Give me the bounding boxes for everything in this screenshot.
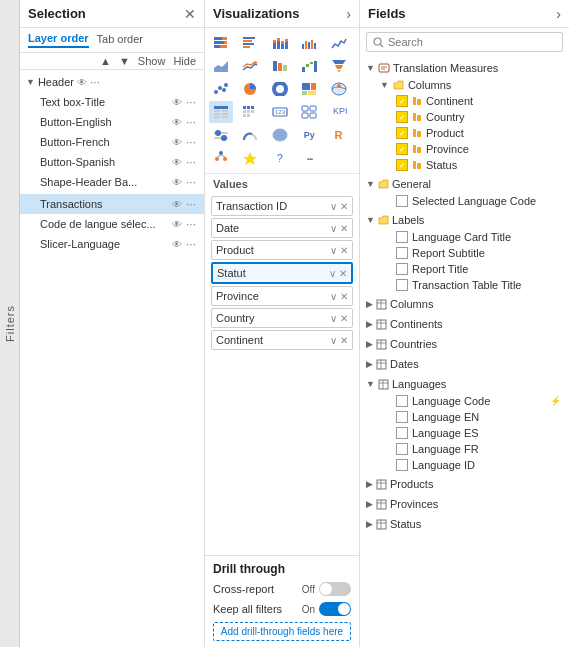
donut-icon[interactable]	[268, 78, 292, 100]
slicer-viz-icon[interactable]	[209, 124, 233, 146]
viz-field-date[interactable]: Date ∨ ✕	[211, 218, 353, 238]
button-spanish-dots-icon[interactable]: ···	[186, 155, 196, 169]
code-langue-dots-icon[interactable]: ···	[186, 217, 196, 231]
tree-item-language-fr[interactable]: Language FR	[360, 441, 569, 457]
layer-group-header-toggle[interactable]: Header 👁 ···	[20, 72, 204, 92]
card-icon[interactable]: 123	[268, 101, 292, 123]
continents-toggle[interactable]: Continents	[360, 315, 569, 333]
waterfall-icon[interactable]	[297, 55, 321, 77]
add-drill-through-button[interactable]: Add drill-through fields here	[213, 622, 351, 641]
layer-item-code-langue[interactable]: Code de langue sélec... 👁 ···	[20, 214, 204, 234]
ribbon-icon[interactable]	[268, 55, 292, 77]
funnel-icon[interactable]	[327, 55, 351, 77]
show-button[interactable]: Show	[138, 55, 166, 67]
language-es-checkbox[interactable]	[396, 427, 408, 439]
button-french-eye-icon[interactable]: 👁	[172, 137, 182, 148]
pie-icon[interactable]	[238, 78, 262, 100]
tree-item-product-col[interactable]: Product	[360, 125, 569, 141]
layer-item-transactions[interactable]: Transactions 👁 ···	[20, 194, 204, 214]
move-up-button[interactable]: ▲	[100, 55, 111, 67]
layer-item-button-french[interactable]: Button-French 👁 ···	[20, 132, 204, 152]
shape-header-dots-icon[interactable]: ···	[186, 175, 196, 189]
language-id-checkbox[interactable]	[396, 459, 408, 471]
button-english-dots-icon[interactable]: ···	[186, 115, 196, 129]
hide-button[interactable]: Hide	[173, 55, 196, 67]
tree-item-columns-folder[interactable]: Columns	[360, 77, 569, 93]
language-fr-checkbox[interactable]	[396, 443, 408, 455]
r-script-icon[interactable]: R	[327, 124, 351, 146]
slicer-language-eye-icon[interactable]: 👁	[172, 239, 182, 250]
button-french-dots-icon[interactable]: ···	[186, 135, 196, 149]
country-col-checkbox[interactable]	[396, 111, 408, 123]
tree-item-lang-card-title[interactable]: Language Card Title	[360, 229, 569, 245]
transactions-dots-icon[interactable]: ···	[186, 197, 196, 211]
shape-header-eye-icon[interactable]: 👁	[172, 177, 182, 188]
layer-item-button-spanish[interactable]: Button-Spanish 👁 ···	[20, 152, 204, 172]
fields-expand-icon[interactable]: ›	[556, 7, 561, 21]
matrix-icon[interactable]	[238, 101, 262, 123]
language-code-checkbox[interactable]	[396, 395, 408, 407]
tree-item-province-col[interactable]: Province	[360, 141, 569, 157]
py-script-icon[interactable]: Py	[297, 124, 321, 146]
more-visuals-icon[interactable]: ···	[297, 147, 321, 169]
dates-toggle[interactable]: Dates	[360, 355, 569, 373]
stacked-bar-icon[interactable]	[209, 32, 233, 54]
product-col-checkbox[interactable]	[396, 127, 408, 139]
key-influencers-icon[interactable]	[238, 147, 262, 169]
layer-item-button-english[interactable]: Button-English 👁 ···	[20, 112, 204, 132]
tree-item-language-en[interactable]: Language EN	[360, 409, 569, 425]
visualizations-expand-icon[interactable]: ›	[346, 7, 351, 21]
tree-item-report-subtitle[interactable]: Report Subtitle	[360, 245, 569, 261]
map-icon[interactable]	[327, 78, 351, 100]
keep-filters-toggle[interactable]	[319, 602, 351, 616]
language-en-checkbox[interactable]	[396, 411, 408, 423]
general-toggle[interactable]: General	[360, 175, 569, 193]
viz-field-transaction-id[interactable]: Transaction ID ∨ ✕	[211, 196, 353, 216]
countries-toggle[interactable]: Countries	[360, 335, 569, 353]
viz-field-remove-province[interactable]: ✕	[340, 291, 348, 302]
area-chart-icon[interactable]	[209, 55, 233, 77]
report-subtitle-checkbox[interactable]	[396, 247, 408, 259]
code-langue-eye-icon[interactable]: 👁	[172, 219, 182, 230]
viz-field-product[interactable]: Product ∨ ✕	[211, 240, 353, 260]
button-english-eye-icon[interactable]: 👁	[172, 117, 182, 128]
cross-report-toggle[interactable]	[319, 582, 351, 596]
line-stacked-icon[interactable]	[238, 55, 262, 77]
table-viz-icon[interactable]	[209, 101, 233, 123]
tree-item-transaction-table-title[interactable]: Transaction Table Title	[360, 277, 569, 293]
languages-toggle[interactable]: Languages	[360, 375, 569, 393]
transaction-table-title-checkbox[interactable]	[396, 279, 408, 291]
provinces-toggle[interactable]: Provinces	[360, 495, 569, 513]
tree-item-selected-lang-code[interactable]: Selected Language Code	[360, 193, 569, 209]
labels-toggle[interactable]: Labels	[360, 211, 569, 229]
search-box[interactable]	[366, 32, 563, 52]
treemap-icon[interactable]	[297, 78, 321, 100]
button-spanish-eye-icon[interactable]: 👁	[172, 157, 182, 168]
tree-item-report-title[interactable]: Report Title	[360, 261, 569, 277]
tab-layer-order[interactable]: Layer order	[28, 32, 89, 48]
tree-item-language-es[interactable]: Language ES	[360, 425, 569, 441]
viz-field-expand-province[interactable]: ∨	[330, 291, 337, 302]
clustered-bar-icon[interactable]	[238, 32, 262, 54]
viz-field-province[interactable]: Province ∨ ✕	[211, 286, 353, 306]
viz-field-remove-transaction-id[interactable]: ✕	[340, 201, 348, 212]
viz-field-expand-date[interactable]: ∨	[330, 223, 337, 234]
columns-table-toggle[interactable]: Columns	[360, 295, 569, 313]
textbox-title-eye-icon[interactable]: 👁	[172, 97, 182, 108]
language-code-info-icon[interactable]: ⚡	[550, 396, 561, 406]
kpi-icon[interactable]: KPI	[327, 101, 351, 123]
continent-checkbox[interactable]	[396, 95, 408, 107]
line-chart-icon[interactable]	[327, 32, 351, 54]
viz-field-expand-transaction-id[interactable]: ∨	[330, 201, 337, 212]
lang-card-title-checkbox[interactable]	[396, 231, 408, 243]
header-dots-icon[interactable]: ···	[90, 75, 100, 89]
viz-field-expand-continent[interactable]: ∨	[330, 335, 337, 346]
layer-item-slicer-language[interactable]: Slicer-Language 👁 ···	[20, 234, 204, 254]
selection-close-button[interactable]: ✕	[184, 7, 196, 21]
textbox-title-dots-icon[interactable]: ···	[186, 95, 196, 109]
multirow-card-icon[interactable]	[297, 101, 321, 123]
viz-field-remove-product[interactable]: ✕	[340, 245, 348, 256]
decomp-tree-icon[interactable]	[209, 147, 233, 169]
status-col-checkbox[interactable]	[396, 159, 408, 171]
transactions-eye-icon[interactable]: 👁	[172, 199, 182, 210]
